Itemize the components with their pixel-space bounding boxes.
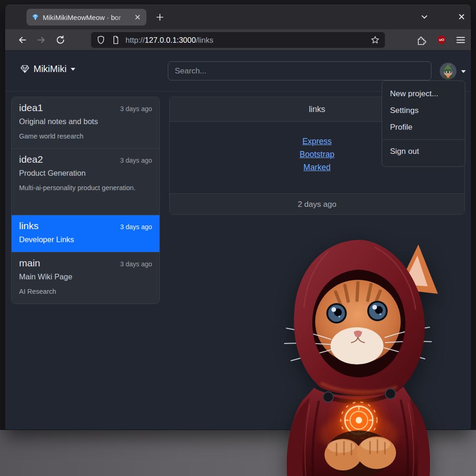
forward-icon[interactable] [33,32,49,48]
avatar-chevron-down-icon[interactable] [461,70,466,73]
list-item-links-selected[interactable]: links 3 days ago Developer Links [12,215,159,252]
browser-tab[interactable]: MikiMikiMeowMeow · bor [26,9,146,26]
menu-divider [382,139,465,140]
url-host: 127.0.0.1:3000 [145,36,196,44]
item-description: AI Research [19,285,152,298]
url-text: http://127.0.0.1:3000/links [126,36,213,45]
item-subtitle: Product Generation [19,169,152,178]
menu-item-profile[interactable]: Profile [382,119,465,136]
item-subtitle: Original notes and bots [19,117,152,126]
card-updated-timestamp: 2 days ago [170,193,464,214]
shield-icon[interactable] [96,35,106,45]
item-description: Multi-ai-personality product generation. [19,182,152,194]
list-item-idea2[interactable]: idea2 3 days ago Product Generation Mult… [12,148,159,215]
item-subtitle: Developer Links [19,235,152,244]
link-marked[interactable]: Marked [304,161,331,174]
item-timestamp: 3 days ago [120,260,152,268]
list-item-main[interactable]: main 3 days ago Main Wiki Page AI Resear… [12,252,159,304]
brand-dropdown[interactable]: MikiMiki [20,64,75,74]
item-title: links [19,220,39,231]
list-item-idea1[interactable]: idea1 3 days ago Original notes and bots… [12,97,159,148]
back-icon[interactable] [14,32,30,48]
ublock-label: uO [439,38,444,42]
bookmark-star-icon[interactable] [370,35,380,45]
url-path: /links [196,36,213,44]
url-bar[interactable]: http://127.0.0.1:3000/links [91,32,385,48]
menu-item-sign-out[interactable]: Sign out [382,143,465,160]
browser-titlebar[interactable]: MikiMikiMeowMeow · bor [5,4,471,29]
item-timestamp: 3 days ago [120,105,152,112]
user-dropdown-menu: New project... Settings Profile Sign out [382,80,465,167]
list-tabs-chevron-icon[interactable] [416,10,433,24]
ublock-shield-icon[interactable]: uO [434,32,450,48]
new-tab-button[interactable] [153,10,167,24]
item-description: Game world research [19,130,152,143]
reload-icon[interactable] [53,32,68,48]
tab-close-icon[interactable] [132,12,143,22]
item-timestamp: 3 days ago [120,223,152,231]
page-info-icon[interactable] [111,35,121,45]
item-title: main [19,258,40,269]
item-subtitle: Main Wiki Page [19,272,152,281]
menu-item-settings[interactable]: Settings [382,102,465,119]
item-title: idea1 [19,102,43,113]
chevron-down-icon [71,68,75,71]
gem-brand-icon [20,65,29,73]
brand-label: MikiMiki [33,64,66,74]
wizard-kitten-image [258,233,458,476]
tab-title: MikiMikiMeowMeow · bor [43,13,132,21]
menu-item-new-project[interactable]: New project... [382,86,465,102]
item-title: idea2 [19,154,43,165]
gem-favicon-icon [32,13,39,21]
url-scheme: http:// [126,36,145,44]
avatar[interactable] [440,63,456,79]
page-list: idea1 3 days ago Original notes and bots… [11,97,160,304]
link-bootstrap[interactable]: Bootstrap [300,148,335,161]
hamburger-menu-icon[interactable] [453,32,469,48]
link-express[interactable]: Express [302,135,331,148]
extensions-puzzle-icon[interactable] [413,32,429,48]
item-timestamp: 3 days ago [120,157,152,164]
search-input[interactable] [168,61,431,80]
browser-toolbar: http://127.0.0.1:3000/links uO [5,29,471,51]
window-close-icon[interactable] [453,10,470,24]
